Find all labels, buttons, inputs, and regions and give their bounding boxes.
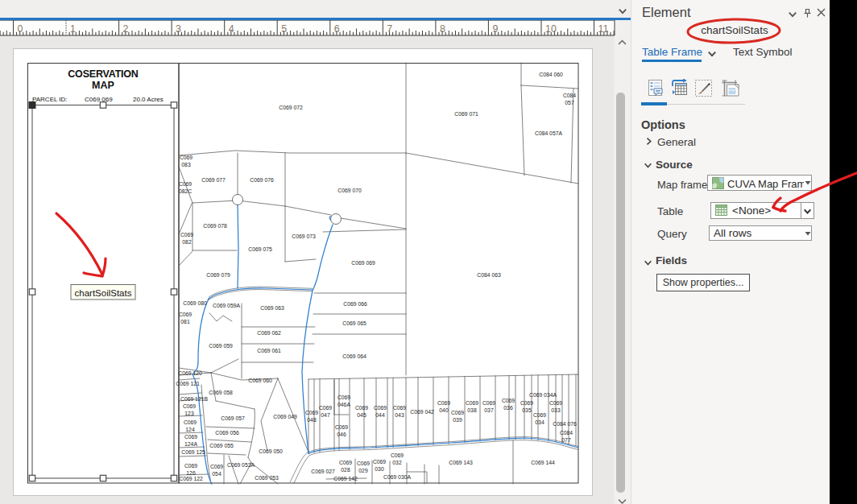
svg-text:C069: C069 (180, 232, 193, 238)
svg-text:C069: C069 (393, 405, 406, 411)
svg-text:C069: C069 (305, 410, 318, 415)
svg-text:C069 075: C069 075 (248, 246, 272, 252)
svg-text:C069 078: C069 078 (203, 223, 227, 229)
svg-text:C069: C069 (180, 155, 193, 160)
svg-text:C069: C069 (533, 412, 546, 418)
svg-text:C069 060: C069 060 (248, 378, 272, 383)
svg-text:C069 063: C069 063 (260, 305, 284, 311)
svg-text:C069 055: C069 055 (209, 443, 234, 448)
svg-text:C069 061: C069 061 (257, 348, 281, 353)
svg-text:029: 029 (358, 468, 368, 473)
svg-text:C069 072: C069 072 (279, 105, 303, 110)
svg-text:C069: C069 (549, 400, 562, 406)
svg-text:chartSoilStats: chartSoilStats (75, 288, 132, 298)
svg-text:030: 030 (375, 466, 384, 472)
svg-text:082: 082 (182, 239, 192, 245)
svg-text:048: 048 (307, 417, 317, 423)
svg-text:C069 066: C069 066 (343, 301, 367, 307)
svg-text:C084 063: C084 063 (477, 272, 501, 278)
svg-text:044: 044 (375, 412, 385, 418)
svg-text:C069 058: C069 058 (209, 390, 233, 395)
svg-text:033: 033 (551, 407, 561, 413)
svg-text:C069 030A: C069 030A (383, 474, 411, 480)
svg-text:C069: C069 (179, 312, 192, 317)
svg-text:C069 120: C069 120 (178, 370, 202, 376)
svg-text:C069 121: C069 121 (176, 381, 200, 386)
svg-text:077: 077 (561, 437, 571, 443)
svg-text:C069: C069 (373, 459, 386, 465)
svg-text:20.0 Acres: 20.0 Acres (133, 96, 164, 103)
svg-text:C069 049: C069 049 (273, 414, 297, 419)
svg-text:C069 027: C069 027 (311, 469, 335, 474)
svg-text:C069 050: C069 050 (259, 448, 283, 454)
svg-text:124A: 124A (184, 441, 197, 447)
svg-text:045: 045 (357, 412, 366, 418)
svg-text:038: 038 (467, 407, 477, 413)
svg-text:C069 121B: C069 121B (180, 396, 208, 402)
svg-text:C069 034A: C069 034A (529, 392, 557, 398)
svg-text:C084: C084 (560, 430, 573, 436)
svg-text:C069: C069 (179, 181, 192, 187)
svg-text:054: 054 (212, 471, 221, 477)
svg-text:047: 047 (321, 412, 330, 418)
svg-text:C069 125: C069 125 (181, 449, 205, 455)
svg-text:C069 065: C069 065 (342, 320, 366, 326)
svg-text:C069: C069 (374, 405, 387, 411)
svg-text:C069: C069 (184, 434, 197, 440)
svg-text:043: 043 (395, 412, 404, 418)
svg-text:C069: C069 (355, 405, 368, 411)
svg-text:124: 124 (185, 427, 195, 432)
svg-text:037: 037 (484, 407, 494, 413)
svg-text:C084 060: C084 060 (539, 72, 563, 77)
svg-text:046A: 046A (337, 402, 350, 407)
svg-text:C069: C069 (210, 464, 223, 469)
svg-text:C069: C069 (183, 403, 196, 409)
svg-text:C069 053A: C069 053A (227, 462, 255, 468)
svg-text:PARCEL ID:: PARCEL ID: (32, 96, 68, 103)
svg-text:C069: C069 (357, 461, 370, 466)
svg-text:034: 034 (535, 419, 544, 425)
svg-text:C069 059: C069 059 (209, 343, 233, 349)
svg-text:C069 073: C069 073 (292, 233, 316, 239)
svg-text:COSERVATION: COSERVATION (68, 68, 139, 80)
svg-text:C069 057: C069 057 (221, 415, 245, 421)
svg-text:123: 123 (184, 411, 194, 416)
svg-text:039: 039 (453, 417, 462, 423)
svg-text:C069 144: C069 144 (531, 460, 555, 465)
svg-text:C069 076: C069 076 (250, 177, 274, 183)
svg-text:035: 035 (522, 407, 532, 413)
svg-text:C069 059A: C069 059A (213, 303, 240, 308)
svg-text:032: 032 (392, 460, 402, 465)
svg-text:C069: C069 (335, 424, 348, 430)
svg-text:C069 071: C069 071 (454, 111, 478, 117)
svg-text:C084 076: C084 076 (553, 421, 577, 427)
svg-text:C069 080: C069 080 (183, 300, 207, 306)
svg-text:C069 077: C069 077 (201, 177, 226, 183)
svg-text:C069: C069 (337, 395, 350, 400)
svg-text:C069: C069 (184, 419, 197, 425)
svg-text:C069: C069 (437, 400, 450, 406)
svg-text:C084: C084 (563, 93, 576, 98)
svg-text:C069: C069 (319, 405, 332, 411)
svg-text:C069: C069 (482, 400, 495, 406)
svg-text:C069: C069 (184, 463, 197, 469)
svg-text:C069: C069 (339, 460, 352, 465)
svg-text:C069 143: C069 143 (449, 460, 473, 465)
svg-text:C069 122: C069 122 (179, 476, 203, 481)
svg-text:057: 057 (565, 100, 574, 105)
svg-text:C069: C069 (466, 400, 478, 406)
svg-text:040: 040 (439, 407, 449, 413)
svg-text:C069: C069 (451, 410, 464, 415)
svg-text:028: 028 (341, 467, 350, 473)
svg-text:C069 069: C069 069 (85, 96, 113, 103)
svg-text:082C: 082C (179, 188, 192, 194)
svg-text:C069 056: C069 056 (215, 430, 239, 436)
svg-text:C069 079: C069 079 (206, 272, 230, 278)
svg-text:083: 083 (181, 162, 191, 167)
svg-text:C069: C069 (391, 452, 404, 458)
svg-text:126: 126 (186, 470, 196, 476)
svg-text:C069 042: C069 042 (410, 409, 434, 415)
svg-text:C069: C069 (520, 400, 533, 406)
svg-text:C069 070: C069 070 (337, 188, 362, 193)
svg-text:C084 057A: C084 057A (535, 130, 562, 136)
